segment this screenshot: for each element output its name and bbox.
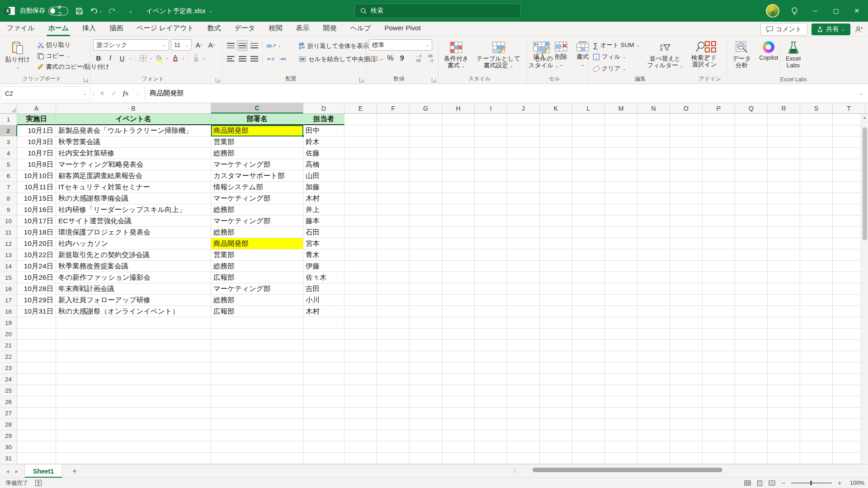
cell-M19[interactable] — [605, 317, 637, 328]
cell-N16[interactable] — [637, 283, 670, 295]
cell-G24[interactable] — [410, 374, 442, 385]
cell-B17[interactable]: 新入社員フォローアップ研修 — [56, 295, 211, 306]
cell-B5[interactable]: マーケティング戦略発表会 — [56, 159, 211, 170]
cell-J26[interactable] — [507, 396, 540, 408]
row-header-11[interactable]: 11 — [0, 227, 17, 238]
cell-N26[interactable] — [637, 396, 670, 408]
currency-format-icon[interactable] — [369, 53, 380, 64]
cell-H25[interactable] — [442, 385, 475, 396]
cell-Q3[interactable] — [735, 136, 768, 148]
cell-P14[interactable] — [703, 261, 735, 272]
cell-J2[interactable] — [507, 125, 540, 136]
row-header-2[interactable]: 2 — [0, 125, 17, 136]
cell-K24[interactable] — [540, 374, 572, 385]
cell-Q16[interactable] — [735, 283, 768, 295]
autosave-toggle[interactable]: 自動保存 オフ — [20, 7, 68, 15]
underline-button[interactable]: U — [117, 52, 127, 63]
cell-B3[interactable]: 秋季営業会議 — [56, 136, 211, 148]
cell-N3[interactable] — [637, 136, 670, 148]
cell-C29[interactable] — [211, 430, 303, 441]
cell-M1[interactable] — [605, 114, 637, 125]
cell-I29[interactable] — [475, 430, 507, 441]
redo-button[interactable]: ⌄ — [107, 5, 120, 17]
cell-H5[interactable] — [442, 159, 475, 170]
cell-D6[interactable]: 山田 — [303, 170, 344, 182]
cell-L31[interactable] — [572, 453, 605, 464]
addins-button[interactable]: アドイン — [702, 39, 720, 75]
cell-L23[interactable] — [572, 362, 605, 374]
decrease-decimal-icon[interactable]: .00→0 — [425, 53, 436, 64]
cell-J25[interactable] — [507, 385, 540, 396]
cell-A13[interactable]: 10月22日 — [17, 249, 56, 261]
cell-L20[interactable] — [572, 328, 605, 340]
cell-N15[interactable] — [637, 272, 670, 283]
cell-D19[interactable] — [303, 317, 344, 328]
cell-N25[interactable] — [637, 385, 670, 396]
cell-R25[interactable] — [768, 385, 800, 396]
cell-P18[interactable] — [703, 306, 735, 317]
cell-S24[interactable] — [800, 374, 833, 385]
cell-L21[interactable] — [572, 340, 605, 351]
row-header-24[interactable]: 24 — [0, 374, 17, 385]
align-top-icon[interactable] — [225, 40, 236, 51]
cell-J11[interactable] — [507, 227, 540, 238]
cell-I21[interactable] — [475, 340, 507, 351]
cell-L7[interactable] — [572, 182, 605, 193]
cell-G13[interactable] — [410, 249, 442, 261]
page-break-view-button[interactable] — [768, 480, 776, 486]
cell-O12[interactable] — [670, 238, 703, 249]
cell-H27[interactable] — [442, 408, 475, 419]
cell-D28[interactable] — [303, 419, 344, 430]
cell-I23[interactable] — [475, 362, 507, 374]
cell-J23[interactable] — [507, 362, 540, 374]
cell-R3[interactable] — [768, 136, 800, 148]
cell-K28[interactable] — [540, 419, 572, 430]
cell-E11[interactable] — [344, 227, 377, 238]
cell-M3[interactable] — [605, 136, 637, 148]
cell-P6[interactable] — [703, 170, 735, 182]
cell-C28[interactable] — [211, 419, 303, 430]
increase-indent-icon[interactable]: ⇥≡ — [277, 53, 288, 64]
cell-D23[interactable] — [303, 362, 344, 374]
cell-H19[interactable] — [442, 317, 475, 328]
cell-I7[interactable] — [475, 182, 507, 193]
cell-P30[interactable] — [703, 441, 735, 453]
cell-J29[interactable] — [507, 430, 540, 441]
cell-F22[interactable] — [377, 351, 410, 362]
cell-K6[interactable] — [540, 170, 572, 182]
cell-H4[interactable] — [442, 148, 475, 159]
cell-K29[interactable] — [540, 430, 572, 441]
cell-G11[interactable] — [410, 227, 442, 238]
cell-D12[interactable]: 宮本 — [303, 238, 344, 249]
cell-B31[interactable] — [56, 453, 211, 464]
accessibility-icon[interactable] — [35, 480, 42, 486]
cell-E27[interactable] — [344, 408, 377, 419]
cell-M9[interactable] — [605, 204, 637, 216]
cell-H23[interactable] — [442, 362, 475, 374]
cell-E20[interactable] — [344, 328, 377, 340]
cell-F15[interactable] — [377, 272, 410, 283]
cell-F20[interactable] — [377, 328, 410, 340]
cell-E6[interactable] — [344, 170, 377, 182]
cell-E28[interactable] — [344, 419, 377, 430]
cell-R14[interactable] — [768, 261, 800, 272]
cell-J24[interactable] — [507, 374, 540, 385]
cell-J18[interactable] — [507, 306, 540, 317]
horizontal-scroll-thumb[interactable] — [533, 468, 722, 472]
cell-L17[interactable] — [572, 295, 605, 306]
cell-S16[interactable] — [800, 283, 833, 295]
cell-L22[interactable] — [572, 351, 605, 362]
cell-J22[interactable] — [507, 351, 540, 362]
ribbon-tab-ページ レイアウト[interactable]: ページ レイアウト — [130, 21, 201, 36]
cell-Q2[interactable] — [735, 125, 768, 136]
row-header-31[interactable]: 31 — [0, 453, 17, 464]
cell-Q12[interactable] — [735, 238, 768, 249]
cell-H17[interactable] — [442, 295, 475, 306]
cell-Q31[interactable] — [735, 453, 768, 464]
row-header-26[interactable]: 26 — [0, 396, 17, 408]
cell-P11[interactable] — [703, 227, 735, 238]
cell-P31[interactable] — [703, 453, 735, 464]
vertical-scroll-thumb[interactable] — [863, 127, 867, 240]
cell-H15[interactable] — [442, 272, 475, 283]
cell-Q24[interactable] — [735, 374, 768, 385]
